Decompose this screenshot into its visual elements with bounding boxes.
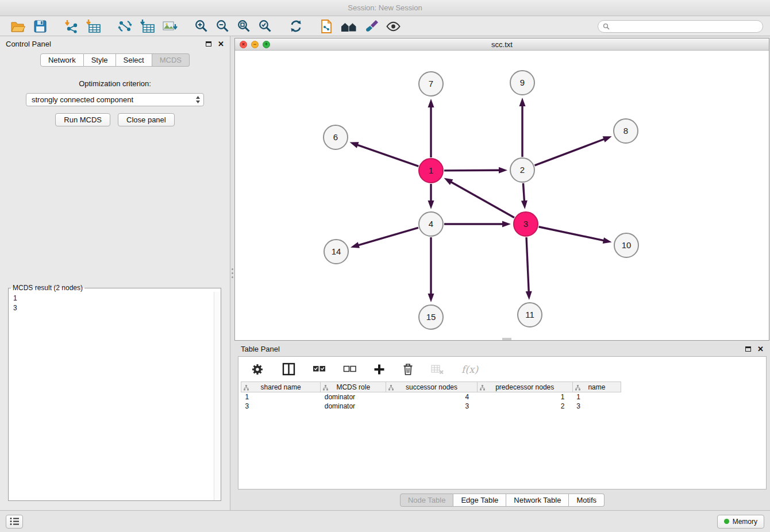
table-cell[interactable]: 4: [386, 392, 477, 402]
refresh-layout-button[interactable]: [287, 17, 305, 36]
zoom-in-button[interactable]: [192, 17, 210, 36]
graph-svg[interactable]: 7968124314101511: [235, 51, 769, 340]
close-table-panel-icon[interactable]: ✕: [757, 345, 764, 353]
graph-edge-2-3[interactable]: [521, 183, 528, 209]
graph-node-7[interactable]: 7: [419, 72, 443, 96]
graph-node-6[interactable]: 6: [324, 125, 348, 149]
zoom-fit-button[interactable]: [235, 17, 253, 36]
save-session-button[interactable]: [31, 17, 49, 36]
column-header-predecessor-nodes[interactable]: predecessor nodes: [477, 382, 572, 392]
graph-node-4[interactable]: 4: [419, 212, 443, 236]
apply-style-button[interactable]: [318, 17, 335, 36]
delete-column-button[interactable]: [401, 360, 415, 379]
paint-style-button[interactable]: [363, 17, 380, 36]
run-mcds-button[interactable]: Run MCDS: [55, 113, 110, 126]
network-canvas[interactable]: 7968124314101511: [235, 51, 769, 340]
edge-arrowhead: [351, 242, 360, 248]
graph-edge-1-2[interactable]: [444, 167, 507, 174]
memory-button[interactable]: Memory: [717, 515, 764, 529]
table-cell[interactable]: 1: [241, 392, 321, 402]
table-cell[interactable]: 3: [572, 402, 621, 411]
delete-table-button[interactable]: [429, 360, 446, 379]
export-table-button[interactable]: [138, 17, 157, 36]
table-cell[interactable]: 1: [477, 392, 572, 402]
graph-edge-1-4[interactable]: [428, 184, 434, 209]
graph-edge-4-15[interactable]: [428, 237, 434, 302]
import-network-button[interactable]: [61, 17, 80, 36]
float-table-panel-icon[interactable]: [745, 346, 751, 352]
graph-node-2[interactable]: 2: [510, 158, 534, 182]
floppy-disk-icon: [33, 20, 47, 33]
close-window-button[interactable]: ×: [240, 41, 247, 48]
graph-node-10[interactable]: 10: [614, 233, 638, 257]
graph-edge-1-7[interactable]: [428, 99, 434, 157]
deselect-all-columns-button[interactable]: [341, 360, 358, 379]
first-neighbors-button[interactable]: [338, 17, 359, 36]
column-header-successor-nodes[interactable]: successor nodes: [386, 382, 477, 392]
open-session-button[interactable]: [9, 17, 28, 36]
graph-edge-4-3[interactable]: [444, 221, 511, 228]
table-cell[interactable]: 3: [386, 402, 477, 411]
zoom-out-button[interactable]: [214, 17, 232, 36]
result-scrollbar[interactable]: [214, 292, 221, 500]
tab-network[interactable]: Network: [40, 53, 84, 67]
column-header-mcds-role[interactable]: MCDS role: [321, 382, 386, 392]
task-history-button[interactable]: [6, 515, 23, 529]
create-column-button[interactable]: [372, 360, 387, 379]
minimize-window-button[interactable]: −: [251, 41, 259, 48]
table-cell[interactable]: dominator: [321, 392, 386, 402]
export-image-button[interactable]: [160, 17, 180, 36]
select-all-columns-button[interactable]: [311, 360, 328, 379]
table-row[interactable]: 3dominator323: [241, 402, 621, 411]
optimization-criterion-dropdown[interactable]: strongly connected component: [26, 93, 204, 106]
graph-edge-4-14[interactable]: [351, 228, 418, 248]
graph-edge-3-1[interactable]: [444, 178, 514, 218]
close-panel-button[interactable]: Close panel: [118, 113, 175, 126]
graph-node-8[interactable]: 8: [614, 119, 638, 143]
graph-node-1[interactable]: 1: [419, 159, 443, 183]
table-row[interactable]: 1dominator411: [241, 392, 621, 402]
column-header-shared-name[interactable]: shared name: [241, 382, 321, 392]
graph-edge-3-11[interactable]: [526, 237, 532, 300]
new-network-button[interactable]: [116, 17, 134, 36]
tab-edge-table[interactable]: Edge Table: [453, 494, 506, 507]
graph-edge-1-6[interactable]: [350, 142, 419, 166]
table-panel-header: Table Panel ✕: [234, 342, 770, 356]
table-cell[interactable]: 2: [477, 402, 572, 411]
zoom-window-button[interactable]: +: [263, 41, 270, 48]
graph-node-15[interactable]: 15: [419, 305, 443, 329]
tab-style[interactable]: Style: [84, 53, 116, 67]
graph-node-9[interactable]: 9: [510, 71, 534, 95]
show-hide-button[interactable]: [384, 17, 403, 36]
graph-edge-2-9[interactable]: [519, 98, 526, 157]
network-window-titlebar[interactable]: × − + scc.txt: [235, 38, 769, 51]
edge-arrowhead: [519, 98, 526, 106]
tab-select[interactable]: Select: [116, 53, 152, 67]
table-cell[interactable]: 3: [241, 402, 321, 411]
tab-network-table[interactable]: Network Table: [506, 494, 569, 507]
show-columns-button[interactable]: [280, 360, 297, 379]
window-titlebar[interactable]: Session: New Session: [0, 0, 770, 16]
search-box[interactable]: [598, 20, 763, 33]
graph-edge-3-10[interactable]: [539, 227, 612, 244]
table-cell[interactable]: 1: [572, 392, 621, 402]
tab-motifs[interactable]: Motifs: [569, 494, 605, 507]
refresh-icon: [288, 19, 303, 33]
graph-node-3[interactable]: 3: [514, 212, 538, 236]
search-input[interactable]: [613, 22, 758, 30]
canvas-scroll-thumb[interactable]: [502, 338, 511, 340]
tab-node-table[interactable]: Node Table: [400, 494, 454, 507]
table-settings-button[interactable]: [248, 360, 267, 379]
graph-node-14[interactable]: 14: [324, 240, 348, 264]
import-table-button[interactable]: [84, 17, 103, 36]
function-builder-button[interactable]: f(x): [460, 360, 480, 379]
column-header-name[interactable]: name: [572, 382, 621, 392]
panel-splitter[interactable]: [230, 36, 234, 510]
tab-mcds[interactable]: MCDS: [152, 53, 190, 67]
float-panel-icon[interactable]: [206, 41, 211, 47]
zoom-selected-button[interactable]: [256, 17, 274, 36]
table-cell[interactable]: dominator: [321, 402, 386, 411]
graph-edge-2-8[interactable]: [535, 136, 612, 165]
close-control-panel-icon[interactable]: ✕: [218, 40, 224, 48]
graph-node-11[interactable]: 11: [518, 303, 542, 327]
